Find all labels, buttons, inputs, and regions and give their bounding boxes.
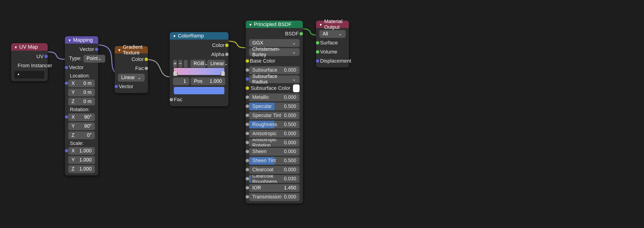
socket-dot[interactable]: [144, 57, 148, 61]
socket-out-vector[interactable]: Vector: [67, 45, 96, 54]
node-mapping[interactable]: Mapping Vector Type: Point Vector Locati…: [65, 36, 98, 175]
ramp-gradient[interactable]: [174, 68, 224, 75]
transmission-slider[interactable]: Transmission0.000: [249, 193, 300, 201]
socket-in-specular_tint[interactable]: Specular Tint0.000: [248, 111, 301, 120]
ramp-tools-button[interactable]: [184, 60, 188, 67]
socket-out-alpha[interactable]: Alpha: [171, 50, 227, 59]
socket-in-base-color[interactable]: Base Color: [248, 56, 301, 65]
socket-dot[interactable]: [169, 97, 174, 102]
node-gradient-texture[interactable]: Gradient Texture Color Fac Linear Vector: [115, 46, 148, 93]
bsdf-sss-dropdown[interactable]: Christensen-Burley: [249, 48, 300, 56]
sheen-slider[interactable]: Sheen0.000: [249, 148, 300, 156]
socket-in-metallic[interactable]: Metallic0.000: [248, 93, 301, 102]
subsurface_radius-field[interactable]: Subsurface Radius: [249, 75, 300, 83]
specular_tint-slider[interactable]: Specular Tint0.000: [249, 111, 300, 119]
ior-field[interactable]: IOR1.450: [249, 184, 300, 192]
ramp-pos-field[interactable]: Pos1.000: [190, 77, 225, 85]
node-header[interactable]: Material Output: [316, 21, 349, 28]
ramp-remove-button[interactable]: −: [178, 60, 182, 67]
socket-in-volume[interactable]: Volume: [318, 47, 347, 57]
node-header[interactable]: Mapping: [65, 36, 98, 44]
collapse-icon[interactable]: [172, 33, 176, 39]
socket-in-roughness[interactable]: Roughness0.500: [248, 120, 301, 129]
socket-dot[interactable]: [316, 59, 320, 63]
socket-out-fac[interactable]: Fac: [116, 64, 146, 73]
rot-z[interactable]: Z0°: [68, 131, 95, 139]
node-header[interactable]: ColorRamp: [170, 32, 228, 40]
socket-in-clearcoat[interactable]: Clearcoat0.000: [248, 165, 301, 174]
ramp-colormode-dropdown[interactable]: RGB: [190, 60, 206, 67]
prop-from-instancer[interactable]: From Instancer: [13, 61, 46, 70]
node-uv-map[interactable]: UV Map UV From Instancer •: [11, 43, 48, 81]
socket-dot[interactable]: [246, 86, 250, 90]
socket-in-anisotropic_rotation[interactable]: Anisotropic Rotation0.000: [248, 138, 301, 147]
socket-in-subsurface_color[interactable]: Subsurface Color: [248, 83, 301, 93]
socket-dot[interactable]: [94, 47, 99, 52]
socket-out-bsdf[interactable]: BSDF: [248, 29, 301, 38]
ramp-stop-0[interactable]: [173, 70, 177, 76]
scl-x[interactable]: X1.000: [68, 147, 95, 155]
socket-dot[interactable]: [114, 84, 118, 89]
socket-dot[interactable]: [225, 43, 229, 47]
type-dropdown[interactable]: Point: [83, 55, 105, 63]
sheen_tint-slider[interactable]: Sheen Tint0.500: [249, 157, 300, 164]
gradient-mode-dropdown[interactable]: Linear: [118, 73, 145, 81]
clearcoat-slider[interactable]: Clearcoat0.000: [249, 166, 300, 174]
node-header[interactable]: Principled BSDF: [246, 21, 303, 28]
rot-y[interactable]: Y90°: [68, 122, 95, 130]
scl-z[interactable]: Z1.000: [68, 165, 95, 173]
node-material-output[interactable]: Material Output All Surface Volume Displ…: [316, 21, 349, 68]
output-target-dropdown[interactable]: All: [319, 30, 346, 38]
socket-dot[interactable]: [316, 41, 320, 45]
metallic-slider[interactable]: Metallic0.000: [249, 93, 300, 101]
socket-in-subsurface_radius[interactable]: Subsurface Radius: [248, 74, 301, 83]
subsurface_color-swatch[interactable]: [293, 84, 300, 92]
socket-out-uv[interactable]: UV: [13, 52, 46, 61]
socket-in-sheen[interactable]: Sheen0.000: [248, 147, 301, 156]
loc-x[interactable]: X0 m: [68, 79, 95, 87]
collapse-icon[interactable]: [249, 21, 252, 27]
socket-dot[interactable]: [64, 65, 69, 70]
socket-in-vector[interactable]: Vector: [67, 63, 96, 72]
anisotropic_rotation-slider[interactable]: Anisotropic Rotation0.000: [249, 139, 300, 147]
socket-in-ior[interactable]: IOR1.450: [248, 183, 301, 192]
ramp-add-button[interactable]: +: [173, 60, 177, 67]
uvmap-select[interactable]: •: [14, 71, 44, 79]
socket-out-color[interactable]: Color: [171, 41, 227, 50]
collapse-icon[interactable]: [68, 37, 72, 43]
socket-in-vector[interactable]: Vector: [116, 82, 146, 91]
ramp-stop-1[interactable]: [220, 70, 225, 76]
loc-y[interactable]: Y0 m: [68, 88, 95, 96]
collapse-icon[interactable]: [118, 47, 121, 53]
socket-dot[interactable]: [246, 59, 250, 63]
anisotropic-slider[interactable]: Anisotropic0.000: [249, 130, 300, 138]
collapse-icon[interactable]: [14, 44, 18, 50]
socket-in-fac[interactable]: Fac: [171, 95, 227, 104]
socket-in-anisotropic[interactable]: Anisotropic0.000: [248, 129, 301, 138]
ramp-interp-dropdown[interactable]: Linear: [207, 60, 225, 67]
roughness-slider[interactable]: Roughness0.500: [249, 121, 300, 129]
ramp-color-swatch[interactable]: [174, 87, 224, 94]
clearcoat_roughness-slider[interactable]: Clearcoat Roughness0.030: [249, 175, 300, 183]
node-colorramp[interactable]: ColorRamp Color Alpha + − RGB Linear 1: [170, 32, 228, 106]
socket-out-color[interactable]: Color: [116, 55, 146, 64]
socket-dot[interactable]: [316, 50, 320, 54]
socket-in-sheen_tint[interactable]: Sheen Tint0.500: [248, 156, 301, 165]
socket-dot[interactable]: [299, 32, 304, 36]
ramp-index-field[interactable]: 1: [173, 77, 190, 85]
loc-z[interactable]: Z0 m: [68, 97, 95, 105]
subsurface-slider[interactable]: Subsurface0.000: [249, 66, 300, 74]
socket-dot[interactable]: [225, 52, 229, 57]
socket-in-displacement[interactable]: Displacement: [318, 56, 347, 65]
socket-in-clearcoat_roughness[interactable]: Clearcoat Roughness0.030: [248, 174, 301, 183]
collapse-icon[interactable]: [319, 21, 323, 27]
rot-x[interactable]: X90°: [68, 113, 95, 121]
node-header[interactable]: Gradient Texture: [115, 46, 148, 54]
socket-in-specular[interactable]: Specular0.500: [248, 102, 301, 111]
specular-slider[interactable]: Specular0.500: [249, 102, 300, 110]
scl-y[interactable]: Y1.000: [68, 156, 95, 164]
socket-in-surface[interactable]: Surface: [318, 38, 347, 47]
bsdf-distribution-dropdown[interactable]: GGX: [249, 39, 300, 47]
socket-dot[interactable]: [44, 54, 48, 59]
node-header[interactable]: UV Map: [11, 43, 48, 51]
